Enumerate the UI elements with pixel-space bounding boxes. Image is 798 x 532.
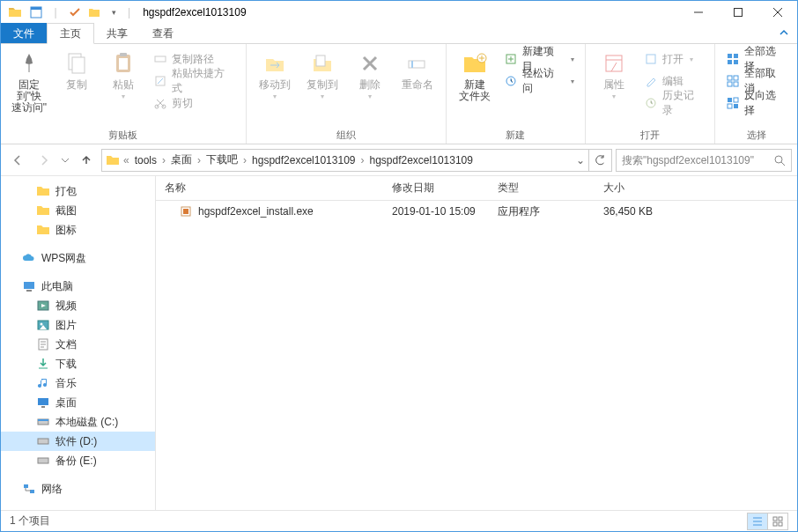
col-date[interactable]: 修改日期 bbox=[383, 181, 489, 196]
move-icon bbox=[261, 49, 289, 78]
view-details-button[interactable] bbox=[747, 513, 768, 530]
bc-sep[interactable]: « bbox=[122, 154, 131, 166]
svg-rect-18 bbox=[606, 55, 622, 71]
sidebar-item-wps[interactable]: WPS网盘 bbox=[1, 248, 155, 268]
bc-seg-0[interactable]: tools bbox=[131, 150, 160, 171]
new-group-label: 新建 bbox=[454, 127, 578, 142]
svg-rect-49 bbox=[183, 209, 188, 214]
sidebar-item-network[interactable]: 网络 bbox=[1, 479, 155, 499]
paste-button[interactable]: 粘贴 ▾ bbox=[103, 48, 145, 100]
docs-icon bbox=[36, 337, 50, 351]
sidebar-item-music[interactable]: 音乐 bbox=[1, 373, 155, 393]
file-row[interactable]: hgspdf2excel_install.exe 2019-01-10 15:0… bbox=[156, 201, 797, 222]
tab-home[interactable]: 主页 bbox=[47, 23, 94, 44]
svg-rect-40 bbox=[38, 398, 48, 405]
svg-rect-27 bbox=[728, 82, 732, 86]
sidebar-item-video[interactable]: 视频 bbox=[1, 296, 155, 315]
copy-icon bbox=[63, 49, 91, 78]
paste-shortcut-button[interactable]: 粘贴快捷方式 bbox=[150, 71, 238, 91]
nav-up-button[interactable] bbox=[75, 149, 98, 172]
qat-dropdown-icon[interactable]: ▾ bbox=[105, 4, 122, 21]
svg-rect-34 bbox=[24, 282, 34, 289]
ribbon: 固定到"快 速访问" 复制 粘贴 ▾ 复制路径 粘贴快捷方式 剪切 剪贴板 移动 bbox=[1, 44, 797, 144]
properties-icon bbox=[600, 49, 628, 78]
ribbon-tabs: 文件 主页 共享 查看 bbox=[1, 23, 797, 44]
svg-rect-21 bbox=[728, 54, 732, 58]
qat-separator: | bbox=[47, 4, 64, 21]
bc-seg-3[interactable]: hgspdf2excel1013109 bbox=[248, 150, 358, 171]
file-type: 应用程序 bbox=[489, 204, 595, 219]
sidebar-item-jietu[interactable]: 截图 bbox=[1, 201, 155, 220]
qat-check-icon[interactable] bbox=[66, 4, 84, 21]
search-icon[interactable] bbox=[773, 154, 786, 166]
bc-seg-1[interactable]: 桌面 bbox=[167, 150, 196, 171]
move-to-button[interactable]: 移动到▾ bbox=[254, 48, 296, 100]
nav-forward-button[interactable] bbox=[33, 149, 55, 172]
minimize-button[interactable] bbox=[678, 1, 718, 23]
svg-rect-12 bbox=[316, 55, 325, 66]
col-name[interactable]: 名称 bbox=[156, 181, 383, 196]
delete-button[interactable]: 删除▾ bbox=[349, 48, 391, 100]
bc-seg-2[interactable]: 下载吧 bbox=[203, 150, 241, 171]
close-button[interactable] bbox=[757, 1, 797, 23]
bc-dropdown[interactable]: ⌄ bbox=[573, 154, 588, 166]
sidebar-item-diske[interactable]: 备份 (E:) bbox=[1, 451, 155, 470]
history-button[interactable]: 历史记录 bbox=[640, 93, 708, 113]
address-row: « tools› 桌面› 下载吧› hgspdf2excel1013109› h… bbox=[1, 144, 797, 176]
download-icon bbox=[36, 357, 50, 371]
select-all-icon bbox=[726, 52, 740, 66]
music-icon bbox=[36, 376, 50, 390]
sidebar[interactable]: 打包 截图 图标 WPS网盘 此电脑 视频 图片 文档 下载 音乐 桌面 本地磁… bbox=[1, 176, 156, 510]
nav-back-button[interactable] bbox=[6, 149, 29, 172]
maximize-button[interactable] bbox=[718, 1, 757, 23]
svg-rect-53 bbox=[779, 522, 782, 526]
sidebar-item-diskd[interactable]: 软件 (D:) bbox=[1, 432, 155, 451]
svg-rect-2 bbox=[734, 8, 742, 16]
svg-rect-28 bbox=[734, 82, 738, 86]
refresh-button[interactable] bbox=[588, 149, 610, 172]
col-size[interactable]: 大小 bbox=[595, 181, 700, 196]
qat-properties-icon[interactable] bbox=[27, 4, 45, 21]
col-type[interactable]: 类型 bbox=[489, 181, 595, 196]
nav-recent-button[interactable] bbox=[59, 149, 71, 172]
sidebar-item-thispc[interactable]: 此电脑 bbox=[1, 277, 155, 296]
open-button[interactable]: 打开▾ bbox=[640, 49, 708, 69]
sidebar-item-docs[interactable]: 文档 bbox=[1, 335, 155, 354]
ribbon-collapse-button[interactable] bbox=[771, 23, 797, 43]
bc-seg-4[interactable]: hgspdf2excel1013109 bbox=[366, 150, 476, 171]
sidebar-item-pictures[interactable]: 图片 bbox=[1, 315, 155, 335]
sidebar-item-diskc[interactable]: 本地磁盘 (C:) bbox=[1, 412, 155, 432]
sidebar-item-desktop[interactable]: 桌面 bbox=[1, 393, 155, 412]
sidebar-item-downloads[interactable]: 下载 bbox=[1, 354, 155, 373]
delete-icon bbox=[356, 49, 384, 78]
organize-group-label: 组织 bbox=[254, 127, 439, 142]
search-box[interactable] bbox=[616, 149, 792, 172]
breadcrumb[interactable]: « tools› 桌面› 下载吧› hgspdf2excel1013109› h… bbox=[101, 149, 612, 172]
open-icon bbox=[644, 52, 658, 66]
pin-quick-access-button[interactable]: 固定到"快 速访问" bbox=[8, 48, 50, 114]
rename-button[interactable]: 重命名 bbox=[396, 48, 439, 91]
video-icon bbox=[36, 299, 50, 313]
svg-rect-46 bbox=[24, 484, 28, 488]
svg-rect-51 bbox=[779, 517, 782, 521]
easy-access-button[interactable]: 轻松访问▾ bbox=[500, 71, 578, 91]
cut-icon bbox=[153, 96, 167, 110]
sidebar-item-tubiao[interactable]: 图标 bbox=[1, 220, 155, 240]
view-icons-button[interactable] bbox=[767, 513, 788, 530]
invert-icon bbox=[726, 96, 740, 110]
search-input[interactable] bbox=[622, 154, 773, 166]
copy-to-button[interactable]: 复制到▾ bbox=[301, 48, 344, 100]
tab-file[interactable]: 文件 bbox=[1, 23, 47, 43]
tab-share[interactable]: 共享 bbox=[94, 23, 140, 43]
copy-button[interactable]: 复制 bbox=[55, 48, 98, 91]
svg-rect-4 bbox=[72, 57, 85, 73]
invert-selection-button[interactable]: 反向选择 bbox=[722, 93, 790, 113]
copyto-icon bbox=[308, 49, 336, 78]
qat-folder-icon[interactable] bbox=[85, 4, 103, 21]
tab-view[interactable]: 查看 bbox=[140, 23, 186, 43]
properties-button[interactable]: 属性▾ bbox=[593, 48, 635, 100]
sidebar-item-dabao[interactable]: 打包 bbox=[1, 181, 155, 201]
new-folder-button[interactable]: 新建 文件夹 bbox=[454, 48, 496, 102]
cut-button[interactable]: 剪切 bbox=[150, 93, 238, 113]
edit-icon bbox=[644, 74, 658, 88]
